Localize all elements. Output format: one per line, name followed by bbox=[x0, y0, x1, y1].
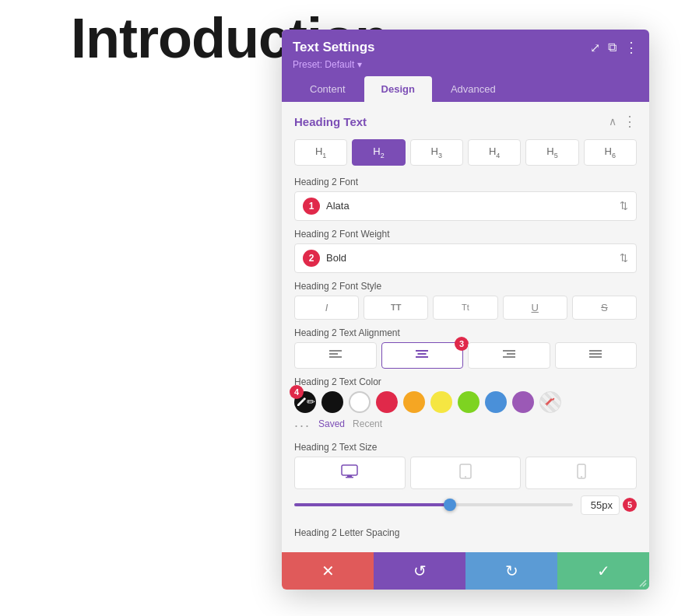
heading-btn-h5[interactable]: H5 bbox=[525, 139, 578, 166]
heading-btn-h4[interactable]: H4 bbox=[468, 139, 521, 166]
font-field-label: Heading 2 Font bbox=[294, 177, 637, 187]
swatch-blue[interactable] bbox=[485, 391, 507, 413]
expand-icon[interactable]: ⤢ bbox=[590, 40, 600, 55]
section-collapse-icon[interactable]: ∧ bbox=[609, 115, 616, 128]
svg-rect-10 bbox=[589, 353, 602, 355]
svg-rect-11 bbox=[589, 356, 602, 358]
resize-handle[interactable] bbox=[637, 577, 649, 590]
svg-rect-6 bbox=[503, 350, 515, 352]
size-tablet-btn[interactable] bbox=[410, 457, 522, 489]
swatch-green[interactable] bbox=[458, 391, 480, 413]
font-arrow-icon: ⇅ bbox=[620, 200, 628, 212]
preset-label[interactable]: Preset: Default bbox=[293, 59, 354, 70]
align-center-btn[interactable]: 3 bbox=[381, 342, 464, 369]
size-field-label: Heading 2 Text Size bbox=[294, 442, 637, 453]
svg-rect-13 bbox=[347, 475, 352, 477]
preset-arrow[interactable]: ▾ bbox=[357, 59, 362, 70]
saved-recent-row: Saved Recent bbox=[318, 418, 382, 429]
swatch-purple[interactable] bbox=[512, 391, 534, 413]
svg-rect-5 bbox=[416, 356, 428, 358]
more-icon[interactable]: ⋮ bbox=[624, 39, 638, 56]
section-more-icon[interactable]: ⋮ bbox=[623, 113, 637, 130]
svg-rect-3 bbox=[416, 350, 428, 352]
panel-footer: ✕ ↺ ↻ ✓ bbox=[282, 552, 649, 590]
size-slider-row: 55px 5 bbox=[294, 495, 637, 515]
svg-rect-14 bbox=[346, 477, 353, 478]
panel-body: Heading Text ∧ ⋮ H1 H2 H3 H4 H5 H6 Headi… bbox=[282, 102, 649, 552]
heading-btn-h3[interactable]: H3 bbox=[410, 139, 463, 166]
align-justify-btn[interactable] bbox=[555, 342, 638, 369]
size-slider-thumb[interactable] bbox=[444, 499, 456, 511]
color-swatches-row: 4 bbox=[294, 391, 637, 413]
heading-buttons-row: H1 H2 H3 H4 H5 H6 bbox=[294, 139, 637, 166]
style-btn-underline[interactable]: U bbox=[503, 296, 567, 320]
weight-arrow-icon: ⇅ bbox=[620, 252, 628, 264]
section-actions: ∧ ⋮ bbox=[609, 113, 637, 130]
panel-header-icons: ⤢ ⧉ ⋮ bbox=[590, 39, 638, 56]
redo-button[interactable]: ↻ bbox=[465, 552, 557, 590]
style-btn-strikethrough[interactable]: S bbox=[572, 296, 637, 320]
size-slider-fill bbox=[294, 503, 450, 506]
text-settings-panel: Text Settings ⤢ ⧉ ⋮ Preset: Default ▾ Co… bbox=[282, 30, 649, 590]
size-value-box: 55px 5 bbox=[581, 495, 637, 515]
tab-design[interactable]: Design bbox=[364, 76, 432, 102]
weight-field-label: Heading 2 Font Weight bbox=[294, 229, 637, 240]
svg-point-18 bbox=[581, 476, 582, 478]
style-field-label: Heading 2 Font Style bbox=[294, 281, 637, 292]
tabs-row: Content Design Advanced bbox=[293, 76, 638, 102]
size-badge: 5 bbox=[623, 498, 637, 512]
confirm-button[interactable]: ✓ bbox=[557, 552, 649, 590]
color-picker-icon[interactable] bbox=[539, 391, 561, 413]
alignment-buttons-row: 3 bbox=[294, 342, 637, 369]
svg-rect-8 bbox=[503, 356, 515, 358]
font-value: Alata bbox=[326, 200, 620, 212]
swatch-orange[interactable] bbox=[403, 391, 425, 413]
size-value[interactable]: 55px bbox=[581, 495, 620, 515]
split-icon[interactable]: ⧉ bbox=[608, 40, 616, 54]
align-left-btn[interactable] bbox=[294, 342, 377, 369]
size-mobile-btn[interactable] bbox=[525, 457, 637, 489]
heading-btn-h6[interactable]: H6 bbox=[584, 139, 637, 166]
recent-label[interactable]: Recent bbox=[353, 418, 382, 429]
section-title: Heading Text bbox=[294, 115, 367, 128]
section-header: Heading Text ∧ ⋮ bbox=[294, 113, 637, 130]
tab-advanced[interactable]: Advanced bbox=[434, 76, 513, 102]
color-field-label: Heading 2 Text Color bbox=[294, 376, 637, 387]
style-buttons-row: I TT Tt U S bbox=[294, 296, 637, 320]
svg-rect-12 bbox=[342, 465, 357, 475]
color-badge: 4 bbox=[290, 385, 304, 399]
weight-value: Bold bbox=[326, 252, 620, 264]
swatch-black[interactable] bbox=[321, 391, 343, 413]
svg-rect-2 bbox=[329, 356, 342, 358]
preset-row: Preset: Default ▾ bbox=[293, 59, 638, 70]
color-more-dots[interactable]: ··· bbox=[294, 418, 311, 434]
tab-content[interactable]: Content bbox=[293, 76, 363, 102]
swatch-white[interactable] bbox=[349, 391, 371, 413]
align-badge: 3 bbox=[455, 337, 469, 351]
color-pen-button[interactable]: 4 bbox=[294, 391, 316, 413]
font-badge: 1 bbox=[303, 198, 320, 215]
size-desktop-btn[interactable] bbox=[294, 457, 406, 489]
heading-btn-h2[interactable]: H2 bbox=[352, 139, 405, 166]
style-btn-uppercase[interactable]: TT bbox=[364, 296, 428, 320]
size-device-buttons bbox=[294, 457, 637, 489]
size-slider-track[interactable] bbox=[294, 503, 573, 506]
weight-select-row[interactable]: 2 Bold ⇅ bbox=[294, 243, 637, 273]
panel-title: Text Settings bbox=[293, 40, 374, 55]
heading-btn-h1[interactable]: H1 bbox=[294, 139, 347, 166]
cancel-button[interactable]: ✕ bbox=[282, 552, 374, 590]
svg-rect-4 bbox=[418, 353, 427, 355]
font-select-row[interactable]: 1 Alata ⇅ bbox=[294, 191, 637, 221]
align-right-btn[interactable] bbox=[468, 342, 550, 369]
weight-badge: 2 bbox=[303, 250, 320, 267]
letter-spacing-label: Heading 2 Letter Spacing bbox=[294, 523, 637, 541]
style-btn-italic[interactable]: I bbox=[294, 296, 359, 320]
alignment-field-label: Heading 2 Text Alignment bbox=[294, 327, 637, 338]
saved-label[interactable]: Saved bbox=[318, 418, 345, 429]
swatch-yellow[interactable] bbox=[430, 391, 452, 413]
svg-point-16 bbox=[465, 476, 466, 478]
swatch-red[interactable] bbox=[376, 391, 398, 413]
svg-rect-9 bbox=[589, 350, 602, 352]
style-btn-capitalize[interactable]: Tt bbox=[433, 296, 497, 320]
reset-button[interactable]: ↺ bbox=[374, 552, 465, 590]
